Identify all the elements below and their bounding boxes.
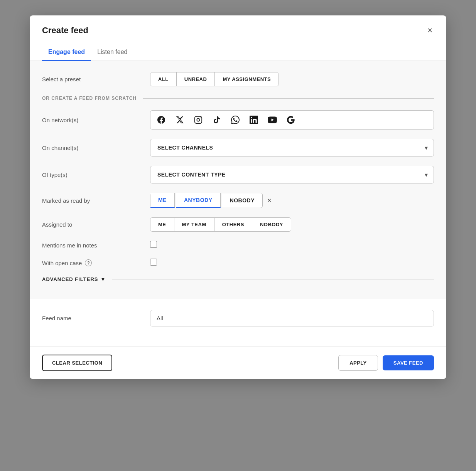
preset-all-button[interactable]: ALL	[150, 72, 177, 86]
channels-select[interactable]: SELECT CHANNELS	[150, 139, 434, 156]
facebook-icon[interactable]	[155, 114, 167, 126]
tab-engage-feed[interactable]: Engage feed	[42, 44, 91, 61]
feed-name-control	[150, 310, 434, 326]
assigned-to-label: Assigned to	[42, 221, 150, 228]
assigned-to-group: ME MY TEAM OTHERS NOBODY	[150, 217, 291, 232]
marked-as-read-control: ME ANYBODY NOBODY ×	[150, 193, 434, 208]
scratch-divider: OR CREATE A FEED FROM SCRATCH	[42, 96, 434, 101]
modal-header: Create feed ×	[30, 15, 446, 36]
advanced-filters-row: ADVANCED FILTERS ▼	[42, 276, 434, 282]
networks-row: On network(s)	[42, 110, 434, 130]
assigned-to-control: ME MY TEAM OTHERS NOBODY	[150, 217, 434, 232]
preset-label: Select a preset	[42, 76, 150, 82]
preset-unread-button[interactable]: UNREAD	[177, 72, 215, 86]
marked-as-read-label: Marked as read by	[42, 197, 150, 204]
close-button[interactable]: ×	[426, 25, 434, 36]
content-type-label: Of type(s)	[42, 172, 150, 178]
youtube-icon[interactable]	[266, 114, 279, 126]
open-case-row: With open case ?	[42, 259, 434, 267]
open-case-label: With open case	[42, 260, 82, 266]
modal-body: Select a preset ALL UNREAD MY ASSIGNMENT…	[30, 61, 446, 299]
preset-my-assignments-button[interactable]: MY ASSIGNMENTS	[215, 72, 279, 86]
networks-label: On network(s)	[42, 117, 150, 123]
assigned-me-button[interactable]: ME	[150, 218, 174, 231]
modal-dialog: Create feed × Engage feed Listen feed Se…	[30, 15, 446, 379]
feed-name-label: Feed name	[42, 315, 150, 321]
svg-point-2	[200, 118, 201, 118]
tab-bar: Engage feed Listen feed	[30, 44, 446, 61]
tab-listen-feed[interactable]: Listen feed	[91, 44, 133, 61]
network-icon-group	[150, 110, 434, 130]
modal-footer: CLEAR SELECTION APPLY SAVE FEED	[30, 347, 446, 379]
marked-as-read-group: ME ANYBODY NOBODY	[150, 193, 263, 208]
feed-name-input[interactable]	[150, 310, 434, 326]
marked-as-read-wrap: ME ANYBODY NOBODY ×	[150, 193, 434, 208]
linkedin-icon[interactable]	[248, 114, 260, 126]
channels-row: On channel(s) SELECT CHANNELS	[42, 139, 434, 156]
preset-control: ALL UNREAD MY ASSIGNMENTS	[150, 72, 434, 86]
mentions-label: Mentions me in notes	[42, 242, 150, 249]
open-case-label-group: With open case ?	[42, 259, 150, 266]
marked-nobody-button[interactable]: NOBODY	[222, 193, 262, 207]
advanced-filters-toggle[interactable]: ADVANCED FILTERS ▼	[42, 276, 106, 282]
preset-button-group: ALL UNREAD MY ASSIGNMENTS	[150, 72, 279, 86]
advanced-filters-label: ADVANCED FILTERS	[42, 276, 98, 282]
content-type-select[interactable]: SELECT CONTENT TYPE	[150, 166, 434, 183]
feed-name-section: Feed name	[30, 299, 446, 347]
whatsapp-icon[interactable]	[229, 114, 241, 126]
x-twitter-icon[interactable]	[174, 114, 186, 126]
mentions-row: Mentions me in notes	[42, 241, 434, 249]
google-icon[interactable]	[285, 114, 297, 126]
open-case-label-wrap: With open case ?	[42, 259, 150, 266]
assigned-my-team-button[interactable]: MY TEAM	[174, 218, 214, 231]
marked-me-button[interactable]: ME	[150, 193, 175, 208]
open-case-control	[150, 259, 434, 267]
footer-right-actions: APPLY SAVE FEED	[338, 355, 434, 371]
content-type-row: Of type(s) SELECT CONTENT TYPE	[42, 166, 434, 183]
apply-button[interactable]: APPLY	[338, 355, 378, 371]
content-type-control: SELECT CONTENT TYPE	[150, 166, 434, 183]
tiktok-icon[interactable]	[211, 114, 223, 126]
mentions-checkbox[interactable]	[150, 241, 157, 248]
channels-label: On channel(s)	[42, 145, 150, 151]
networks-control	[150, 110, 434, 130]
feed-name-row: Feed name	[42, 310, 434, 326]
open-case-help-icon[interactable]: ?	[85, 259, 92, 266]
svg-rect-0	[195, 116, 202, 123]
preset-row: Select a preset ALL UNREAD MY ASSIGNMENT…	[42, 72, 434, 86]
instagram-icon[interactable]	[192, 114, 204, 126]
mentions-control	[150, 241, 434, 249]
marked-as-read-row: Marked as read by ME ANYBODY NOBODY ×	[42, 193, 434, 208]
assigned-others-button[interactable]: OTHERS	[214, 218, 252, 231]
marked-anybody-button[interactable]: ANYBODY	[176, 193, 221, 208]
clear-marked-button[interactable]: ×	[266, 195, 273, 206]
save-feed-button[interactable]: SAVE FEED	[383, 355, 434, 370]
modal-title: Create feed	[42, 25, 88, 35]
svg-point-1	[197, 118, 199, 121]
channels-control: SELECT CHANNELS	[150, 139, 434, 156]
divider-line	[143, 98, 434, 99]
clear-selection-button[interactable]: CLEAR SELECTION	[42, 355, 112, 371]
advanced-filters-chevron: ▼	[101, 276, 106, 282]
overlay: Create feed × Engage feed Listen feed Se…	[8, 8, 468, 471]
assigned-nobody-button[interactable]: NOBODY	[252, 218, 291, 231]
open-case-checkbox[interactable]	[150, 259, 157, 266]
scratch-label: OR CREATE A FEED FROM SCRATCH	[42, 96, 137, 101]
assigned-to-row: Assigned to ME MY TEAM OTHERS NOBODY	[42, 217, 434, 232]
advanced-divider-line	[112, 279, 434, 279]
